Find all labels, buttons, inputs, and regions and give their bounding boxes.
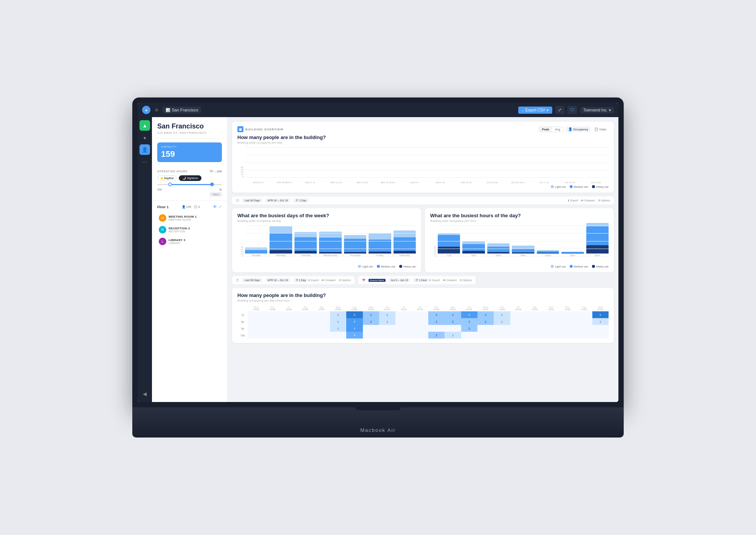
granularity-badge[interactable]: ⏱ 1 Day — [293, 198, 308, 203]
user-menu[interactable]: Townsend Inc. ▾ — [580, 107, 614, 113]
occupancy-view[interactable]: 👤 Occupancy — [566, 127, 590, 132]
heatmap-cell — [527, 311, 543, 318]
heatmap-title: How many people are in the building? — [237, 292, 609, 298]
weekly-bar-heavy — [294, 251, 317, 254]
room-item[interactable]: M Meeting Room 1 Meeting Room — [157, 212, 222, 224]
heatmap-cell — [330, 332, 346, 339]
heatmap-date-header: Fri07/19 — [510, 305, 527, 311]
shield-button[interactable]: 🛡 — [567, 106, 577, 114]
peak-avg-toggle: Peak Avg — [539, 127, 564, 132]
weekly-bar-medium — [270, 233, 292, 250]
hourly-bar-group: 6am — [487, 243, 510, 257]
heatmap-cell: 1 — [330, 318, 346, 325]
heatmap-cell — [412, 332, 428, 339]
heatmap-grid: Wed07/03Thu07/04Fri07/05Sat07/06Sun07/07… — [237, 305, 609, 339]
heatmap-cell — [264, 325, 280, 332]
oh-save-button[interactable]: Save — [210, 192, 222, 196]
sidebar-icons: ▲ ● 👤 ⋯ ◀ — [138, 117, 152, 402]
heatmap-cell — [395, 311, 412, 318]
filter2-dates[interactable]: APR 24 – JUL 24 — [265, 278, 290, 282]
top-nav: ▲ ≡ 📊 San Francisco ↓ Export CSV ▾ ⤢ — [138, 103, 618, 117]
heatmap-date-header: Thu07/04 — [264, 305, 280, 311]
room-name: Library 3 — [169, 238, 220, 242]
hourly-bar-heavy — [462, 251, 485, 254]
heatmap-cell — [264, 332, 280, 339]
oh-tab-nighttime[interactable]: 🌙 Nighttime — [179, 175, 202, 181]
export-csv-button[interactable]: ↓ Export CSV ▾ — [518, 107, 552, 114]
visits-view[interactable]: 📋 Visits — [592, 127, 609, 132]
heatmap-cell: 2 — [428, 332, 445, 339]
heatmap-cell — [395, 318, 412, 325]
floor-header: Floor 1 👤 159 ⬜ 3 👁 — [157, 204, 222, 209]
weekly-legend-heavy: Heavy use — [399, 265, 416, 268]
hamburger-button[interactable]: ≡ — [153, 105, 160, 114]
heatmap-cell — [543, 332, 559, 339]
heatmap-cell — [281, 332, 297, 339]
floor-expand-btn[interactable]: ⤢ — [218, 204, 222, 209]
floor-view-btn[interactable]: 👁 — [213, 204, 217, 209]
x-label: JUN 2-8 — [401, 181, 427, 184]
avg-button[interactable]: Avg — [552, 127, 563, 132]
heatmap-date-header: Mon07/22 — [559, 305, 576, 311]
oh-slider[interactable] — [157, 184, 222, 185]
options-label: Options — [601, 199, 610, 202]
oh-slider-track[interactable] — [157, 184, 222, 185]
sidebar-icon-network[interactable]: ⋯ — [139, 156, 150, 167]
heatmap-cell — [264, 318, 280, 325]
hl-heavy-dot — [592, 265, 595, 268]
filter3-export[interactable]: ⬇ Export — [429, 279, 440, 282]
heatmap-cell: 4 — [461, 311, 477, 318]
export-filter-icon: ⬇ — [567, 199, 570, 202]
x-label: APR 21-27 — [246, 181, 271, 184]
peak-button[interactable]: Peak — [539, 127, 552, 132]
filter3-options[interactable]: ⚙ Options — [460, 279, 472, 282]
export-action[interactable]: ⬇ Export — [567, 199, 578, 202]
hourly-bar-medium — [462, 244, 485, 251]
logo-icon: ▲ — [145, 108, 148, 112]
oh-slider-thumb-left[interactable] — [168, 182, 172, 186]
week-range-badge[interactable]: Jun 9 – Jun 13 — [389, 278, 411, 282]
filter2-options[interactable]: ⚙ Options — [339, 279, 351, 282]
compare-action[interactable]: ⇄ Compare — [581, 199, 595, 202]
heatmap-cell — [559, 332, 576, 339]
heatmap-cell: 3 — [346, 332, 363, 339]
hourly-legend: Light use Medium use Heavy use — [430, 265, 609, 268]
main-content: ▦ Building Overview Peak Avg — [228, 117, 618, 402]
filter2-gran[interactable]: ⏱ 1 Day — [293, 278, 308, 282]
left-panel: San Francisco 123 Main St, San Francisco… — [152, 117, 228, 402]
date-start-badge[interactable]: APR 24 – JUL 24 — [265, 198, 290, 203]
heatmap-cell — [313, 332, 330, 339]
filter3-compare[interactable]: ⇄ Compare — [443, 279, 457, 282]
options-action[interactable]: ⚙ Options — [598, 199, 610, 202]
legend-medium: Medium use — [570, 185, 588, 188]
filter2-range[interactable]: Last 90 Days — [242, 278, 262, 282]
weekly-bar-heavy — [369, 252, 391, 254]
oh-tab-daytime[interactable]: Daytime — [157, 175, 177, 181]
heatmap-cell — [395, 332, 412, 339]
filter2-compare[interactable]: ⇄ Compare — [322, 279, 336, 282]
expand-button[interactable]: ⤢ — [555, 106, 564, 114]
heatmap-time-label: 8p — [237, 318, 248, 325]
busiest-week-badge[interactable]: Busiest Week — [369, 279, 386, 282]
sidebar-icon-home[interactable]: ▲ — [139, 120, 150, 131]
room-item[interactable]: L Library 3 Library — [157, 236, 222, 247]
oh-time-range: 7P – 10A — [209, 170, 222, 173]
breadcrumb-icon: 📊 — [166, 108, 170, 112]
heatmap-cell — [264, 311, 280, 318]
date-range-badge[interactable]: Last 90 Days — [242, 198, 262, 203]
sidebar-icon-dot[interactable]: ● — [139, 132, 150, 143]
location-header: San Francisco 123 Main St, San Francisco — [152, 117, 227, 139]
room-item[interactable]: R Reception 2 Reception — [157, 224, 222, 235]
heatmap-cell — [510, 318, 527, 325]
sidebar-icon-people[interactable]: 👤 — [139, 144, 150, 155]
oh-slider-thumb-right[interactable] — [210, 182, 214, 186]
weekly-legend-medium: Medium use — [377, 265, 395, 268]
capacity-value: 159 — [161, 149, 218, 159]
filter2-export[interactable]: ⬇ Export — [308, 279, 319, 282]
heatmap-cell — [379, 325, 395, 332]
section-icon: ▦ — [237, 126, 243, 132]
weekly-day-label: Sunday — [252, 254, 261, 257]
hour-gran-badge[interactable]: ⏱ 1 Hour — [413, 278, 429, 282]
sidebar-icon-collapse[interactable]: ◀ — [139, 388, 150, 399]
two-col-section: What are the busiest days of the week? B… — [232, 208, 614, 272]
